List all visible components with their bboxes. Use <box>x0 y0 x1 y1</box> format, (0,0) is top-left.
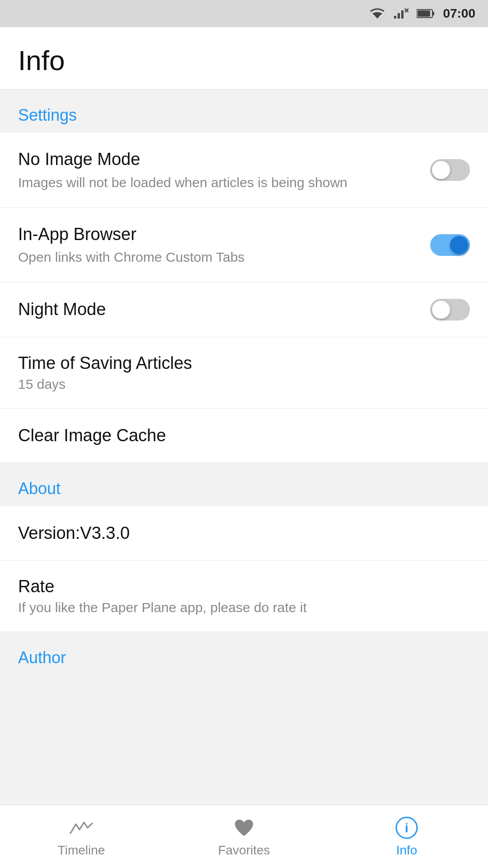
svg-text:i: i <box>405 821 408 835</box>
status-time: 07:00 <box>443 6 475 21</box>
night-mode-toggle[interactable] <box>430 299 470 321</box>
nav-label-favorites: Favorites <box>218 843 270 858</box>
nav-item-timeline[interactable]: Timeline <box>0 811 163 862</box>
nav-label-timeline: Timeline <box>58 843 105 858</box>
bottom-nav: Timeline Favorites i Info <box>0 805 488 868</box>
svg-rect-1 <box>394 16 396 19</box>
in-app-browser-row[interactable]: In-App Browser Open links with Chrome Cu… <box>0 208 488 283</box>
about-section-header: About <box>0 463 488 506</box>
night-mode-row[interactable]: Night Mode <box>0 283 488 337</box>
no-image-mode-row[interactable]: No Image Mode Images will not be loaded … <box>0 133 488 208</box>
svg-rect-3 <box>401 10 404 19</box>
time-saving-sub: 15 days <box>18 377 470 392</box>
night-mode-title: Night Mode <box>18 299 417 320</box>
in-app-browser-toggle[interactable] <box>430 234 470 256</box>
rate-title: Rate <box>18 577 470 596</box>
content-area: Settings No Image Mode Images will not b… <box>0 90 488 805</box>
clear-cache-row[interactable]: Clear Image Cache <box>0 409 488 463</box>
version-text: Version:V3.3.0 <box>18 524 130 542</box>
clear-cache-title: Clear Image Cache <box>18 426 166 445</box>
svg-rect-8 <box>418 10 430 17</box>
bottom-spacer <box>0 675 488 805</box>
no-image-mode-desc: Images will not be loaded when articles … <box>18 174 417 191</box>
nav-label-info: Info <box>396 843 418 858</box>
rate-row[interactable]: Rate If you like the Paper Plane app, pl… <box>0 561 488 632</box>
no-image-mode-toggle[interactable] <box>430 159 470 181</box>
time-saving-row[interactable]: Time of Saving Articles 15 days <box>0 337 488 409</box>
wifi-icon <box>370 8 385 19</box>
page-title: Info <box>0 27 488 90</box>
settings-section-header: Settings <box>0 90 488 133</box>
nav-item-info[interactable]: i Info <box>325 811 488 862</box>
svg-rect-2 <box>398 13 400 19</box>
svg-rect-7 <box>432 12 434 15</box>
in-app-browser-title: In-App Browser <box>18 224 417 245</box>
in-app-browser-desc: Open links with Chrome Custom Tabs <box>18 248 417 266</box>
timeline-icon <box>70 816 93 840</box>
battery-icon <box>417 9 435 19</box>
night-mode-knob <box>432 301 450 319</box>
no-image-mode-knob <box>432 161 450 179</box>
author-section-header: Author <box>0 632 488 675</box>
favorites-icon <box>232 816 256 840</box>
no-image-mode-title: No Image Mode <box>18 149 417 170</box>
nav-item-favorites[interactable]: Favorites <box>163 811 325 862</box>
version-row: Version:V3.3.0 <box>0 506 488 561</box>
info-icon: i <box>395 816 418 840</box>
status-bar: 07:00 <box>0 0 488 27</box>
rate-desc: If you like the Paper Plane app, please … <box>18 600 470 615</box>
time-saving-title: Time of Saving Articles <box>18 354 470 373</box>
in-app-browser-knob <box>450 236 468 254</box>
signal-icon <box>393 8 408 19</box>
